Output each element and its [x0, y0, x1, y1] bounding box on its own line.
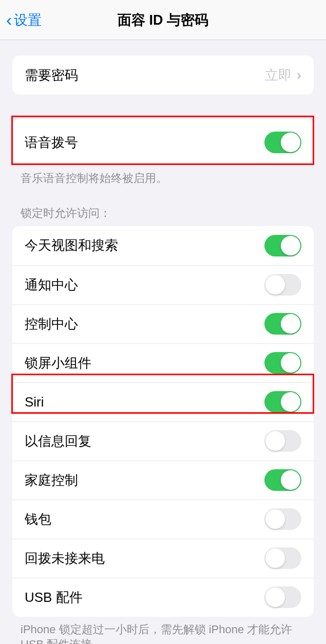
- lock-access-footer: iPhone 锁定超过一小时后，需先解锁 iPhone 才能允许 USB 配件连…: [0, 617, 326, 644]
- lock-access-item-toggle[interactable]: [264, 391, 301, 413]
- lock-access-item-label: USB 配件: [25, 588, 83, 606]
- voice-dial-label: 语音拨号: [25, 134, 78, 152]
- lock-access-row: 家庭控制: [12, 461, 314, 500]
- lock-access-row: 回拨未接来电: [12, 539, 314, 578]
- lock-access-row: USB 配件: [12, 578, 314, 617]
- lock-access-row: 控制中心: [12, 304, 314, 343]
- voice-dial-row: 语音拨号: [12, 119, 314, 165]
- lock-access-row: 钱包: [12, 500, 314, 539]
- lock-access-row: 以信息回复: [12, 421, 314, 461]
- back-button[interactable]: ‹ 设置: [0, 10, 42, 30]
- require-passcode-value: 立即: [265, 66, 292, 84]
- back-label: 设置: [14, 11, 42, 29]
- voice-dial-toggle[interactable]: [264, 132, 301, 153]
- require-passcode-section: 需要密码 立即 ›: [12, 56, 314, 95]
- lock-access-item-toggle[interactable]: [264, 508, 301, 530]
- lock-access-item-label: 今天视图和搜索: [25, 236, 118, 254]
- lock-access-header: 锁定时允许访问：: [0, 186, 326, 226]
- require-passcode-row[interactable]: 需要密码 立即 ›: [12, 56, 314, 95]
- lock-access-item-label: 家庭控制: [25, 471, 78, 489]
- lock-access-item-toggle[interactable]: [264, 547, 301, 569]
- lock-access-item-toggle[interactable]: [264, 586, 301, 608]
- lock-access-row: Siri: [12, 382, 314, 421]
- lock-access-item-toggle[interactable]: [264, 469, 301, 491]
- lock-access-item-toggle[interactable]: [264, 235, 301, 256]
- lock-access-item-toggle[interactable]: [264, 430, 301, 452]
- lock-access-item-toggle[interactable]: [264, 352, 301, 374]
- lock-access-item-toggle[interactable]: [264, 313, 301, 335]
- lock-access-item-label: 钱包: [25, 510, 51, 528]
- lock-access-item-label: 控制中心: [25, 315, 78, 333]
- lock-access-item-toggle[interactable]: [264, 274, 301, 296]
- lock-access-row: 今天视图和搜索: [12, 226, 314, 265]
- chevron-right-icon: ›: [297, 67, 301, 83]
- lock-access-item-label: 锁屏小组件: [25, 354, 91, 372]
- lock-access-row: 锁屏小组件: [12, 343, 314, 382]
- lock-access-section: 今天视图和搜索通知中心控制中心锁屏小组件Siri以信息回复家庭控制钱包回拨未接来…: [12, 226, 314, 617]
- navigation-bar: ‹ 设置 面容 ID 与密码: [0, 0, 326, 40]
- lock-access-item-label: 回拨未接来电: [25, 549, 105, 567]
- lock-access-item-label: 通知中心: [25, 276, 78, 294]
- lock-access-row: 通知中心: [12, 265, 314, 304]
- chevron-left-icon: ‹: [6, 10, 12, 30]
- require-passcode-label: 需要密码: [25, 66, 78, 84]
- lock-access-item-label: 以信息回复: [25, 432, 91, 450]
- voice-dial-section: 语音拨号: [12, 119, 314, 165]
- page-title: 面容 ID 与密码: [118, 11, 208, 29]
- lock-access-item-label: Siri: [25, 394, 44, 410]
- voice-dial-footer: 音乐语音控制将始终被启用。: [0, 165, 326, 186]
